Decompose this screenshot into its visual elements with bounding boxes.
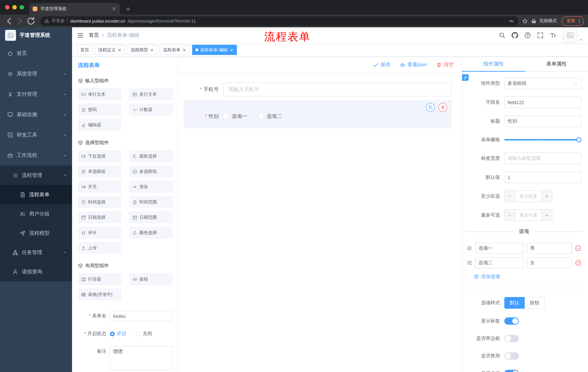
- component-counter[interactable]: 计数器: [129, 104, 172, 115]
- new-tab-button[interactable]: [125, 6, 131, 12]
- sidebar-item-infrastructure[interactable]: 基础设施: [0, 105, 72, 125]
- component-switch[interactable]: 开关: [78, 181, 121, 192]
- remove-option-icon[interactable]: [575, 245, 581, 252]
- sidebar-item-process-form[interactable]: 流程表单: [0, 185, 72, 204]
- sidebar-item-devtools[interactable]: 研发工具: [0, 125, 72, 145]
- option-1-value-input[interactable]: 男: [527, 243, 572, 254]
- browser-tab[interactable]: 芋道管理系统: [29, 3, 120, 15]
- user-menu[interactable]: [563, 28, 583, 43]
- component-checkbox-group[interactable]: 多选框组: [129, 166, 172, 177]
- slider-handle[interactable]: [576, 137, 581, 142]
- link-badge-button[interactable]: [462, 74, 469, 81]
- option-2-label-input[interactable]: 选项二: [475, 257, 524, 268]
- zoom-window-button[interactable]: [20, 5, 24, 10]
- tag-process-definition[interactable]: 流程定义: [95, 45, 125, 55]
- checkbox-icon[interactable]: [258, 114, 264, 119]
- form-name-input[interactable]: biubiu: [110, 310, 172, 321]
- option-2-value-input[interactable]: 女: [527, 257, 572, 268]
- bookmark-star-icon[interactable]: [522, 18, 528, 24]
- sidebar-item-home[interactable]: 首页: [0, 43, 72, 64]
- remove-option-icon[interactable]: [575, 260, 581, 266]
- security-warning-icon[interactable]: [44, 19, 49, 23]
- component-time-picker[interactable]: 时间选择: [78, 196, 121, 208]
- form-remark-textarea[interactable]: 嘿嘿: [110, 346, 172, 370]
- back-icon[interactable]: [4, 16, 14, 26]
- tag-close-icon[interactable]: [230, 48, 234, 52]
- tag-process-model[interactable]: 流程模型: [127, 45, 157, 55]
- selected-widget-gender[interactable]: 性别 选项一 选项二: [184, 100, 452, 128]
- component-password[interactable]: 密码: [78, 104, 121, 115]
- show-label-toggle[interactable]: [504, 317, 519, 325]
- gender-option-1[interactable]: 选项一: [223, 113, 247, 120]
- font-size-icon[interactable]: [550, 32, 556, 39]
- sidebar-item-leave-query[interactable]: 请假查询: [0, 262, 72, 281]
- checkbox-icon[interactable]: [223, 114, 229, 119]
- component-row-container[interactable]: 行容器: [78, 273, 121, 285]
- tab-form-props[interactable]: 表单属性: [525, 57, 588, 71]
- browser-update-button[interactable]: 更新: [562, 16, 584, 26]
- fullscreen-icon[interactable]: [537, 32, 544, 39]
- reload-icon[interactable]: [26, 16, 36, 26]
- phone-field-row[interactable]: 手机号 请输入手机号: [184, 83, 452, 96]
- tab-component-props[interactable]: 组件属性: [462, 57, 525, 71]
- border-toggle[interactable]: [504, 335, 519, 342]
- component-cascader[interactable]: 级联选择: [129, 150, 172, 162]
- sidebar-item-system[interactable]: 系统管理: [0, 64, 72, 84]
- tag-home[interactable]: 首页: [77, 45, 92, 55]
- default-value-input[interactable]: 1: [504, 171, 581, 183]
- component-date-range[interactable]: 日期范围: [129, 212, 172, 223]
- component-rate[interactable]: 评分: [78, 227, 121, 238]
- title-input[interactable]: 性别: [504, 115, 581, 127]
- browser-menu-icon[interactable]: [577, 18, 582, 23]
- component-multi-line-text[interactable]: 多行文本: [129, 88, 172, 100]
- option-1-label-input[interactable]: 选项一: [475, 243, 524, 254]
- copy-widget-button[interactable]: [426, 103, 435, 112]
- password-key-icon[interactable]: [509, 18, 514, 23]
- github-icon[interactable]: [512, 32, 518, 39]
- breadcrumb-home[interactable]: 首页: [89, 32, 99, 39]
- min-select-value[interactable]: 至少应选: [515, 191, 541, 202]
- tag-close-icon[interactable]: [150, 48, 154, 52]
- sidebar-item-process-management[interactable]: 流程管理: [0, 166, 72, 185]
- increase-icon[interactable]: +: [541, 210, 552, 221]
- close-window-button[interactable]: [5, 5, 10, 10]
- sidebar-item-process-model[interactable]: 流程模型: [0, 223, 72, 243]
- field-name-input[interactable]: field122: [504, 96, 581, 108]
- tag-close-icon[interactable]: [117, 48, 122, 52]
- decrease-icon[interactable]: −: [505, 191, 515, 202]
- sidebar-item-task-management[interactable]: 任务管理: [0, 243, 72, 262]
- tag-process-form-edit[interactable]: 流程表单-编辑: [192, 45, 237, 55]
- view-json-button[interactable]: 查看json: [400, 62, 427, 68]
- add-option-button[interactable]: 添加选项: [474, 273, 581, 280]
- hamburger-icon[interactable]: [72, 32, 89, 39]
- component-date-picker[interactable]: 日期选择: [78, 212, 121, 223]
- max-select-value[interactable]: 最多可选: [515, 210, 541, 221]
- security-label[interactable]: 不安全: [52, 18, 65, 24]
- increase-icon[interactable]: +: [541, 191, 552, 202]
- component-color-picker[interactable]: 颜色选择: [129, 227, 172, 238]
- disabled-toggle[interactable]: [504, 352, 519, 360]
- component-upload[interactable]: 上传: [78, 242, 121, 254]
- delete-widget-button[interactable]: [439, 103, 447, 112]
- component-single-line-text[interactable]: 单行文本: [78, 88, 121, 100]
- minimize-window-button[interactable]: [12, 5, 17, 10]
- avatar[interactable]: [563, 28, 578, 43]
- gender-option-2[interactable]: 选项二: [258, 113, 282, 120]
- clear-button[interactable]: 清空: [436, 62, 454, 68]
- save-button[interactable]: 保存: [373, 62, 391, 68]
- drag-handle-icon[interactable]: [466, 260, 472, 266]
- component-editor[interactable]: 编辑器: [78, 119, 121, 131]
- component-time-range[interactable]: 时间范围: [129, 196, 172, 208]
- style-default-button[interactable]: 默认: [504, 297, 525, 309]
- status-radio-off[interactable]: 关闭: [136, 330, 152, 337]
- address-bar[interactable]: 不安全 dashboard.yudao.iocoder.cn/bpm/manag…: [40, 16, 518, 26]
- decrease-icon[interactable]: −: [505, 210, 515, 221]
- component-table[interactable]: 表格[开发中]: [78, 289, 121, 300]
- grid-slider[interactable]: [504, 134, 581, 145]
- style-button-button[interactable]: 按钮: [525, 297, 545, 309]
- sidebar-item-user-groups[interactable]: 用户分组: [0, 204, 72, 223]
- sidebar-logo[interactable]: 芋道管理系统: [0, 27, 72, 43]
- component-select[interactable]: 下拉选择: [78, 150, 121, 162]
- phone-input[interactable]: 请输入手机号: [223, 83, 452, 96]
- tag-process-form[interactable]: 流程表单: [160, 45, 189, 55]
